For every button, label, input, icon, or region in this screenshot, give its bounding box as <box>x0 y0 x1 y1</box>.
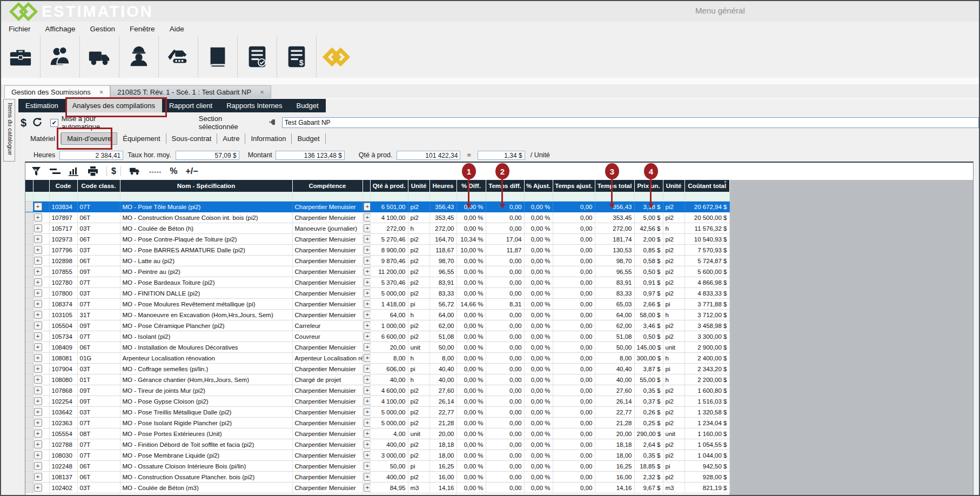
detail-button[interactable]: + <box>364 289 371 297</box>
header-code-class[interactable]: Code class. <box>77 180 120 192</box>
expand-button[interactable]: + <box>34 246 42 254</box>
detail-button[interactable]: + <box>364 332 371 340</box>
table-row[interactable]: +10808001TMO - Gérance chantier (Hom,Hrs… <box>25 374 729 385</box>
close-icon[interactable]: × <box>99 88 104 96</box>
truck-icon[interactable] <box>80 36 119 78</box>
tab-rapports-internes[interactable]: Rapports Internes <box>219 99 289 112</box>
detail-button[interactable]: + <box>364 365 371 373</box>
expand-button[interactable]: + <box>34 365 42 373</box>
expand-button[interactable]: + <box>34 451 42 459</box>
filter-cell[interactable] <box>595 192 634 202</box>
tab-autre[interactable]: Autre <box>217 133 245 144</box>
menu-fichier[interactable]: Fichier <box>9 25 31 33</box>
detail-button[interactable]: + <box>364 311 371 319</box>
expand-button[interactable]: + <box>34 462 42 470</box>
table-row[interactable]: +10837407TMO - Pose Moulures Revêtement … <box>25 299 729 310</box>
taux-field[interactable]: 57,09 $ <box>176 151 239 160</box>
expand-button[interactable]: + <box>34 354 42 362</box>
detail-button[interactable]: + <box>364 473 371 481</box>
percent-icon[interactable]: % <box>170 166 177 176</box>
header-temps-ajust[interactable]: Temps ajust. <box>553 180 595 192</box>
tab-analyses-des-compilations[interactable]: Analyses des compilations <box>65 99 162 112</box>
refresh-icon[interactable] <box>32 117 43 129</box>
montant-field[interactable]: 136 123,48 $ <box>276 151 345 160</box>
filter-cell[interactable] <box>429 192 457 202</box>
table-row[interactable]: +10571703TMO - Coulée de Béton (h)Manoeu… <box>25 223 729 234</box>
detail-button[interactable]: + <box>364 246 371 254</box>
table-row[interactable]: +10840906TMO - Installation de Moulures … <box>25 342 729 353</box>
expand-button[interactable]: + <box>34 224 42 232</box>
filter-cell[interactable] <box>684 192 729 202</box>
tab-equipement[interactable]: Équipement <box>117 133 166 144</box>
header-pct-diff[interactable]: % Diff. <box>457 180 486 192</box>
detail-button[interactable]: + <box>364 213 371 222</box>
header-nom-specification[interactable]: Nom - Spécification <box>120 180 292 192</box>
header-temps-diff[interactable]: Temps diff. <box>486 180 524 192</box>
header-qte-a-prod[interactable]: Qté à prod. <box>370 180 408 192</box>
expand-button[interactable]: + <box>34 473 42 481</box>
section-input[interactable] <box>282 117 979 128</box>
expand-button[interactable]: + <box>34 376 42 384</box>
bar-chart-icon[interactable] <box>69 166 79 176</box>
table-row[interactable]: +10550409TMO - Pose Céramique Plancher (… <box>25 320 729 331</box>
expand-button[interactable]: + <box>34 408 42 416</box>
close-icon[interactable]: × <box>260 88 264 96</box>
table-row[interactable]: +10555408TMO - Pose Portes Extérieures (… <box>25 428 729 439</box>
tab-budget-category[interactable]: Budget <box>292 133 325 144</box>
expand-button[interactable]: + <box>34 235 42 243</box>
expand-button[interactable]: + <box>34 386 42 394</box>
table-row[interactable]: +10289806TMO - Latte au (pi2)Charpentier… <box>25 256 729 266</box>
document-check-icon[interactable] <box>238 36 277 78</box>
plus-minus-icon[interactable]: +/− <box>185 166 198 176</box>
header-coutant-total[interactable]: Coûtant total▼ <box>684 180 729 192</box>
detail-button[interactable]: + <box>364 300 371 308</box>
detail-button[interactable]: + <box>364 386 371 394</box>
expand-button[interactable]: + <box>34 419 42 427</box>
sidebar-tab-items-du-catalogue[interactable]: Items du catalogue <box>3 99 15 162</box>
expand-button[interactable]: + <box>34 300 42 308</box>
table-row[interactable]: +10310531TMO - Manoeuvre en Excavation (… <box>25 310 729 320</box>
filter-cell[interactable] <box>408 192 429 202</box>
detail-button[interactable]: + <box>364 408 371 416</box>
tab-rapport-client[interactable]: Rapport client <box>162 99 219 112</box>
filter-cell[interactable] <box>363 192 370 202</box>
expand-button[interactable]: + <box>34 332 42 340</box>
detail-button[interactable]: + <box>364 257 371 265</box>
tab-information[interactable]: Information <box>245 133 292 144</box>
expand-button[interactable]: + <box>34 267 42 276</box>
auto-update-checkbox[interactable]: ✔ <box>50 119 58 127</box>
detail-button[interactable]: + <box>364 440 371 448</box>
document-dollar-icon[interactable]: $ <box>277 36 317 78</box>
menu-fenetre[interactable]: Fenêtre <box>130 25 155 33</box>
detail-button[interactable]: + <box>364 484 371 492</box>
detail-button[interactable]: + <box>364 376 371 384</box>
header-competence[interactable]: Compétence <box>292 180 363 192</box>
expand-button[interactable]: + <box>34 440 42 448</box>
filter-cell[interactable] <box>77 192 120 202</box>
detail-button[interactable]: + <box>364 397 371 405</box>
table-row[interactable]: +10789706TMO - Construction Ossature Coi… <box>25 212 729 223</box>
filter-cell[interactable] <box>25 192 33 202</box>
excavator-icon[interactable] <box>159 36 198 78</box>
tab-estimation[interactable]: Estimation <box>18 99 65 112</box>
workers-icon[interactable] <box>41 36 80 78</box>
table-row[interactable]: +10803007TMO - Pose Membrane Liquide (pi… <box>25 450 729 461</box>
detail-button[interactable]: + <box>364 343 371 351</box>
expand-button[interactable]: + <box>34 397 42 405</box>
filter-cell[interactable] <box>457 192 486 202</box>
header-prix-un[interactable]: Prix un. <box>634 180 663 192</box>
detail-button[interactable]: + <box>364 462 371 470</box>
expand-button[interactable]: + <box>34 311 42 319</box>
table-row[interactable]: +10297306TMO - Pose Contre-Plaqué de Toi… <box>25 234 729 245</box>
table-row[interactable]: +10808101GArpenteur Localisation rénovat… <box>25 353 729 364</box>
table-row[interactable]: +10236307TMO - Pose Isolant Rigide Planc… <box>25 418 729 428</box>
table-row[interactable]: +10364203TMO - Pose Treillis Métallique … <box>25 407 729 418</box>
expand-button[interactable]: + <box>34 343 42 351</box>
tab-sous-contrat[interactable]: Sous-contrat <box>166 133 218 144</box>
table-row[interactable]: +10780003TMO - FINITION DALLE (pi2)Charp… <box>25 288 729 299</box>
detail-button[interactable]: + <box>364 267 371 276</box>
detail-button[interactable]: + <box>364 354 371 362</box>
table-row[interactable]: +10786809TMO - Tireur de joints Mur (pi2… <box>25 385 729 396</box>
filter-cell[interactable] <box>120 192 292 202</box>
tab-soumission-210825[interactable]: 210825 T: Rév. 1 - Scé. 1 : Test Gabarit… <box>110 85 271 98</box>
